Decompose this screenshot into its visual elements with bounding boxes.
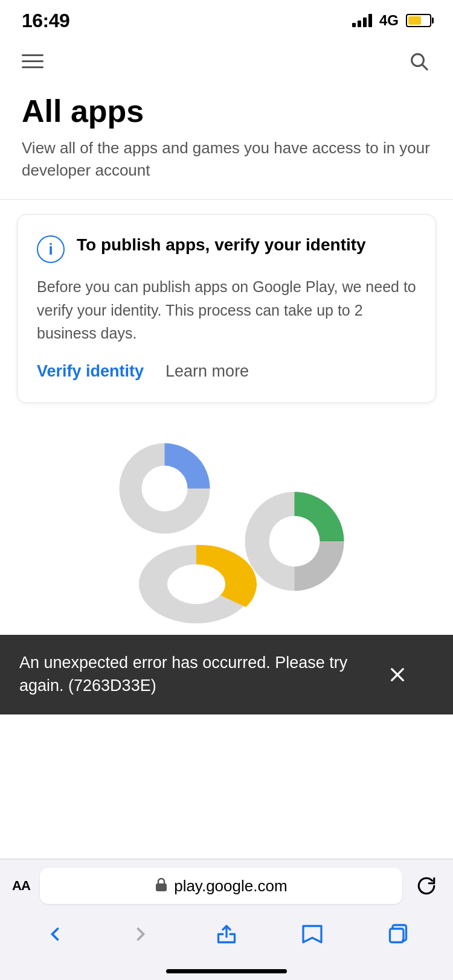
page-subtitle: View all of the apps and games you have … bbox=[22, 137, 431, 181]
status-icons: 4G bbox=[352, 12, 431, 29]
bookmarks-button[interactable] bbox=[291, 916, 333, 952]
network-type-label: 4G bbox=[379, 12, 399, 29]
pie-chart-2 bbox=[236, 484, 353, 601]
card-actions: Verify identity Learn more bbox=[37, 362, 416, 381]
chart-group bbox=[100, 436, 353, 629]
url-bar-row: AA play.google.com bbox=[0, 859, 453, 910]
verify-identity-button[interactable]: Verify identity bbox=[37, 362, 144, 381]
svg-line-1 bbox=[422, 65, 427, 69]
back-button[interactable] bbox=[34, 916, 76, 952]
home-bar bbox=[166, 969, 287, 973]
battery-icon bbox=[406, 14, 431, 27]
browser-nav-bar bbox=[0, 910, 453, 962]
lock-icon bbox=[155, 877, 168, 895]
battery-fill bbox=[408, 16, 421, 25]
card-title: To publish apps, verify your identity bbox=[77, 234, 366, 256]
home-indicator bbox=[0, 962, 453, 980]
url-bar[interactable]: play.google.com bbox=[40, 868, 402, 904]
svg-point-7 bbox=[269, 516, 320, 567]
share-button[interactable] bbox=[205, 916, 248, 952]
section-divider bbox=[0, 199, 453, 200]
error-toast: An unexpected error has occurred. Please… bbox=[0, 635, 453, 714]
svg-rect-10 bbox=[156, 883, 167, 891]
charts-illustration bbox=[0, 418, 453, 635]
learn-more-button[interactable]: Learn more bbox=[165, 362, 249, 381]
toast-close-button[interactable] bbox=[384, 661, 411, 688]
error-message: An unexpected error has occurred. Please… bbox=[19, 652, 374, 698]
signal-bars-icon bbox=[352, 14, 372, 27]
pie-chart-1 bbox=[112, 436, 217, 544]
reload-button[interactable] bbox=[412, 871, 441, 900]
status-time: 16:49 bbox=[22, 10, 69, 32]
svg-point-3 bbox=[142, 466, 188, 512]
url-text: play.google.com bbox=[174, 877, 287, 896]
page-header: All apps View all of the apps and games … bbox=[0, 80, 453, 193]
card-header: i To publish apps, verify your identity bbox=[37, 234, 416, 263]
menu-icon[interactable] bbox=[22, 54, 43, 68]
svg-point-5 bbox=[167, 564, 225, 604]
card-body: Before you can publish apps on Google Pl… bbox=[37, 275, 416, 345]
forward-button[interactable] bbox=[120, 916, 162, 952]
tabs-button[interactable] bbox=[377, 916, 419, 952]
svg-rect-11 bbox=[390, 929, 404, 943]
info-icon: i bbox=[37, 235, 65, 263]
font-size-button[interactable]: AA bbox=[12, 878, 30, 894]
verify-identity-card: i To publish apps, verify your identity … bbox=[17, 214, 436, 403]
search-button[interactable] bbox=[406, 48, 431, 74]
page-title: All apps bbox=[22, 94, 431, 129]
status-bar: 16:49 4G bbox=[0, 0, 453, 36]
top-nav bbox=[0, 36, 453, 80]
browser-chrome: AA play.google.com bbox=[0, 859, 453, 980]
